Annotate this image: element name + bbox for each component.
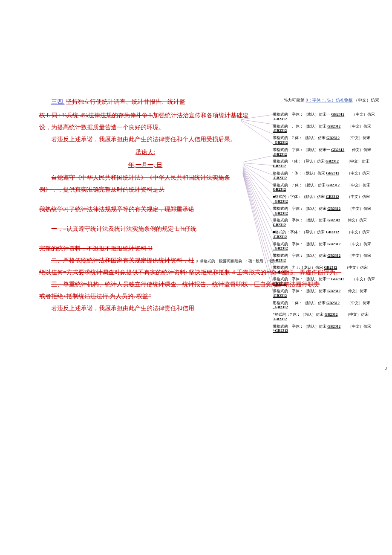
revision-prefix: ■格式的：字体：（尊认）仿宋 [273,230,326,234]
revision-gb-secondary: GB2312 [273,282,286,286]
revision-mark: 带格式的：7 体：（默认）仿宋 GB2312（中文）仿宋_GB2312 [273,136,388,145]
document-page: 三四. 坚持独立行使统计调查、统计甘报告、统计监 %力可简第 0：字体：. 认）… [0,0,392,555]
revision-prefix: 带格式的：字体：（戏认）仿宋一 [273,112,331,116]
revision-mark: ■格式的：字体：（尊认）仿宋 GB2312（中文）仿宋.GB2312 [273,230,388,239]
revision-tail: （中文）仿宋 [348,253,371,258]
revision-tail: （中文）仿宋 [347,301,370,305]
heading-struck: 坚持独立行使统计调查、统计甘报告、统计监 [66,99,185,105]
note-prefix: %力可简第 [284,98,305,102]
revision-prefix: 带格式的：字体：（默认）仿宋 [273,289,327,293]
revision-gb-secondary: ^GB2312 [273,328,288,333]
revision-tail: （中文）仿宋 [346,159,369,164]
revision-prefix: 带格式的：7 体：（就认）仿宋 [273,183,326,187]
p1-strike: 权 L 同 : ⅜兵统 4%法律法规的存为倖斗争 L [39,112,153,119]
revision-gb-secondary: _GB2312 [273,140,288,145]
revision-mark: 格格去的：" 体：（默认）仿宋 GB2312（中文）仿宋.GB2312 [273,171,388,180]
sign-date: 年,一月一, 日 [128,162,163,168]
p4-text: 我熟纹学习了统计法律法规规章等的有关规定，现郑重承诺 [39,206,194,212]
revision-gb-primary: GB2312 [326,171,339,175]
top-format-note: %力可简第 0：字体：. 认）仿礼物板 （中文）仿宋 [284,97,379,103]
revision-gb-primary: GB2312 [326,230,339,234]
revision-gb-secondary: .GB2312 [273,128,287,133]
p7b-text: 绝以佳何=方式要求统计调查对象提供不真实的统计资料: 坚决 [39,269,201,276]
revision-gb-primary: GB2312 [326,195,339,199]
revision-gb-secondary: GB2312 [273,187,286,192]
revision-mark: 用格式的：1 体：（默认）仿宋 GB2312（中文）仿宋_GB2312 [273,301,388,310]
revision-gb-secondary: GB2312 [273,164,286,168]
p7-format-note: |T 带格式的：段落间距段前：" 磅 " 段后，" 磅 [196,259,274,263]
revision-prefix: 带格式的：字体：（轨认）仿宋 [273,324,327,328]
revision-prefix: 带格式的：字体：（然认）仿宋 [273,218,327,222]
revision-gb-secondary: _GB2312 [273,270,288,274]
revision-prefix: 带格式的：7 体：（默认）仿宋 [273,136,326,140]
p3-text: 自觉遵守《中华人民共和国统计法》《中华人民共和国统计法实施条例》，，提供真实准确… [39,172,251,196]
revision-mark: 带格式的：字体：（轨认）仿宋 GB2312（中文）仿宋^GB2312 [273,324,388,334]
revision-gb-primary: GB23I2 [327,218,340,222]
revision-mark: ■格式的：字体：（默认）仿宋 GB2312（中文）仿宋_GB2312 [273,195,388,204]
revision-gb-secondary: _GB2312 [273,199,288,203]
revision-gb-secondary: .GB2312 [273,235,287,239]
revision-gb-secondary: .GB2312 [273,317,287,321]
revision-prefix: 格格去的：" 体：（默认）仿宋 [273,171,326,175]
revision-prefix: 带格式的：字体：（默认）仿宋 [273,242,327,246]
revision-gb-primary: GB2312 [327,206,340,211]
revision-prefix: 用格式的：1 体：（默认）仿宋 [273,301,326,305]
revision-tail: （中文）仿宋 [348,124,371,129]
revision-tail: （中文）仿宋 [352,112,375,117]
revision-mark: 带格式的：字体：（默认）仿宋 GB2312（中文）仿宋_GB2312 [273,206,388,216]
revision-gb-primary: GB2312 [326,159,339,163]
revision-tail: （中文）仿宋 [347,230,370,235]
revision-prefix: *格式的：7 体：（为认）仿宋 [273,312,325,317]
revision-mark: 带格式的：力 i：I 龙认）仿宋 GB2312（中文）仿宋_GB2312 [273,265,388,275]
revision-tail: （中文）仿宋 [348,324,371,329]
revision-mark: 带格式的：字体：（默认）仿宋 GB2312（中文）仿宋GB2312 [273,253,388,263]
revision-gb-primary: GB2312 [331,112,344,116]
revision-gb-secondary: .GB2312 [273,293,287,298]
revision-prefix: 带格式的：/ 体：（尊认）仿宋 [273,159,326,163]
revision-tail: （中文）仿宋 [346,312,369,317]
revision-mark: 带格式的：/ 体：（尊认）仿宋 GB2312（中文）仿宋GB2312 [273,159,388,169]
p2-text: 若违反上述承诺，我愿承担由此产生的法律责任和个人信用受损后果。 [39,134,251,145]
revision-gb-primary: GB2312 [327,324,340,328]
revision-mark: 带格式的：字体：（戏认）仿宋一 GB2312仲文）仿宋.GB2312 [273,148,388,157]
revision-prefix: 带格式的：字体：（默认）仿宋 [273,206,327,211]
revision-gb-primary: GB2312 [326,301,340,305]
revision-mark: 带格式的：字体：（默认）仿宋一 GB2312（中文）仿宋GB2312 [273,277,388,286]
revision-gb-primary: GB2312 [326,136,340,140]
revision-gb-primary: GB2312 [325,312,338,317]
revision-gb-secondary: _GB2312 [273,305,288,309]
revision-prefix: 带格式的：字体：（戏认）仿宋一 [273,148,331,152]
revision-tail: （中文）仿宋 [347,136,370,140]
revision-gb-primary: GB2312 [326,183,340,187]
revision-gb-secondary: .GB2312 [273,176,287,180]
revision-marks-panel: 带格式的：字体：（戏认）仿宋一 GB2312（中文）仿宋.GB2312带格式的：… [273,112,388,336]
note-underline: 0：字体：. 认）仿礼物板 [306,98,353,102]
note-tail: （中文）仿宋 [354,98,379,102]
revision-gb-secondary: _GB2312 [273,211,288,215]
revision-mark: *格式的：7 体：（为认）仿宋 GB2312（中文）仿宋.GB2312 [273,312,388,322]
revision-gb-secondary: GB2312 [273,223,286,227]
revision-tail: 仲文）仿宋 [352,148,371,152]
revision-prefix: ■格式的：字体：（默认）仿宋 [273,195,326,199]
revision-prefix: 带格式的：字体：（默认）仿宋一 [273,277,331,281]
revision-gb-primary: GB2312 [331,148,344,152]
revision-gb-primary: GB2312 [327,289,340,293]
revision-prefix: 带格式的：字体：（默认）仿宋 [273,253,327,258]
note-j-marker: J [385,366,387,371]
revision-gb-secondary: .GB2312 [273,152,287,157]
p6-text: 完整的统计资料，不迟报不拒报统计资料 U [39,245,153,252]
revision-gb-primary: GB2312 [324,265,337,270]
revision-mark: 带格式的：字体：（戏认）仿宋一 GB2312（中文）仿宋.GB2312 [273,112,388,122]
revision-gb-primary: GB2312 [327,124,340,128]
revision-tail: （中文）仿宋 [352,277,375,282]
revision-gb-secondary: _GB2312 [273,246,288,250]
revision-gb-primary: GB2312 [327,242,340,246]
heading-prefix: 三四. [51,99,65,105]
revision-prefix: 带格式的：。体：（默认）仿宋 [273,124,327,128]
revision-mark: 带格式的：。体：（默认）仿宋 GB2312（中文）仿宋.GB2312 [273,124,388,134]
revision-gb-secondary: GB2312 [273,258,286,262]
revision-tail: （中文）仿宋 [347,171,370,176]
revision-mark: 带格式的：7 体：（就认）仿宋 GB2312（中文）仿宋GB2312 [273,183,388,192]
revision-tail: （中文）仿宋 [348,242,371,247]
p5-text: 一，=认真遵守统计法及统计法实施条例的规定 L ⅜仔统 [39,223,251,235]
